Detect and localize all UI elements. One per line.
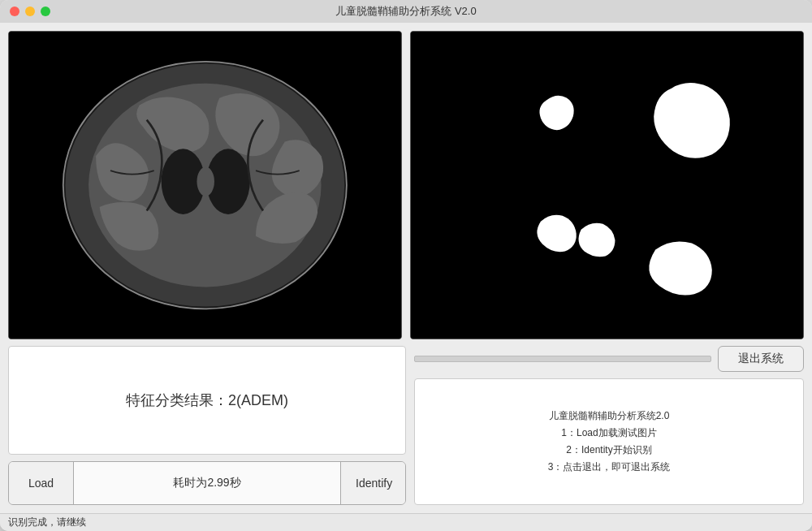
seg-display [411, 32, 803, 339]
app-window: 儿童脱髓鞘辅助分析系统 V2.0 [0, 0, 812, 531]
exit-button[interactable]: 退出系统 [718, 346, 804, 372]
identify-button[interactable]: Identify [340, 462, 405, 504]
info-panel: 儿童脱髓鞘辅助分析系统2.0 1：Load加载测试图片 2：Identity开始… [414, 378, 804, 505]
window-title: 儿童脱髓鞘辅助分析系统 V2.0 [335, 4, 476, 19]
result-text: 特征分类结果：2(ADEM) [126, 391, 288, 410]
maximize-button[interactable] [41, 6, 50, 16]
load-button[interactable]: Load [9, 462, 74, 504]
minimize-button[interactable] [25, 6, 35, 16]
content-area: 特征分类结果：2(ADEM) Load 耗时为2.99秒 Identify 退出… [0, 23, 812, 513]
svg-rect-8 [421, 32, 793, 339]
info-line-2: 2：Identity开始识别 [431, 443, 787, 457]
bottom-area: 特征分类结果：2(ADEM) Load 耗时为2.99秒 Identify 退出… [8, 346, 804, 505]
result-panel: 特征分类结果：2(ADEM) [8, 346, 406, 455]
svg-point-7 [197, 167, 214, 196]
status-bar: 识别完成，请继续 [0, 513, 812, 531]
status-text: 识别完成，请继续 [8, 516, 86, 529]
left-bottom: 特征分类结果：2(ADEM) Load 耗时为2.99秒 Identify [8, 346, 406, 505]
progress-bar-container [414, 356, 711, 362]
info-line-0: 儿童脱髓鞘辅助分析系统2.0 [431, 409, 787, 423]
segmentation-panel [410, 31, 804, 339]
right-bottom: 退出系统 儿童脱髓鞘辅助分析系统2.0 1：Load加载测试图片 2：Ident… [414, 346, 804, 505]
time-display: 耗时为2.99秒 [74, 462, 340, 504]
controls-row: Load 耗时为2.99秒 Identify [8, 461, 406, 505]
traffic-lights [10, 6, 50, 16]
info-line-1: 1：Load加载测试图片 [431, 426, 787, 440]
brain-mri-display [9, 32, 401, 339]
title-bar: 儿童脱髓鞘辅助分析系统 V2.0 [0, 0, 812, 23]
exit-row: 退出系统 [414, 346, 804, 372]
mri-panel [8, 31, 402, 339]
info-line-3: 3：点击退出，即可退出系统 [431, 460, 787, 474]
image-panels [8, 31, 804, 339]
close-button[interactable] [10, 6, 19, 16]
